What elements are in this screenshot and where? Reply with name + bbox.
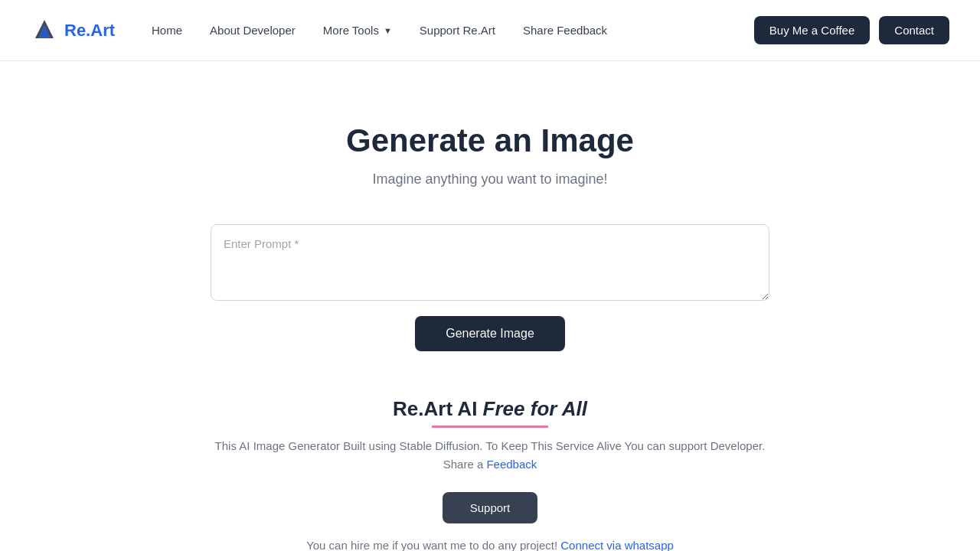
logo-text: Re.Art	[64, 21, 115, 41]
hire-text: You can hire me if you want me to do any…	[211, 539, 769, 551]
main-content: Generate an Image Imagine anything you w…	[0, 61, 980, 551]
info-description: This AI Image Generator Built using Stab…	[211, 437, 769, 474]
nav-buttons: Buy Me a Coffee Contact	[754, 16, 949, 44]
prompt-input[interactable]	[211, 224, 769, 301]
logo-icon	[31, 17, 58, 44]
chevron-down-icon: ▼	[384, 26, 392, 35]
contact-button[interactable]: Contact	[879, 16, 949, 44]
nav-more-tools[interactable]: More Tools ▼	[311, 18, 404, 43]
nav-links: Home About Developer More Tools ▼ Suppor…	[139, 18, 748, 43]
logo[interactable]: Re.Art	[31, 17, 115, 44]
support-button[interactable]: Support	[443, 492, 538, 523]
generate-image-button[interactable]: Generate Image	[415, 316, 565, 351]
nav-support[interactable]: Support Re.Art	[407, 18, 508, 43]
nav-share-feedback[interactable]: Share Feedback	[511, 18, 619, 43]
page-subtitle: Imagine anything you want to imagine!	[372, 171, 607, 187]
nav-home[interactable]: Home	[139, 18, 194, 43]
whatsapp-link[interactable]: Connect via whatsapp	[560, 539, 674, 551]
page-title: Generate an Image	[346, 122, 634, 159]
navbar: Re.Art Home About Developer More Tools ▼…	[0, 0, 980, 61]
buy-coffee-button[interactable]: Buy Me a Coffee	[754, 16, 870, 44]
feedback-link[interactable]: Feedback	[486, 458, 537, 471]
info-title: Re.Art AI Free for All	[393, 397, 587, 428]
info-section: Re.Art AI Free for All This AI Image Gen…	[211, 397, 769, 551]
nav-about-developer[interactable]: About Developer	[198, 18, 308, 43]
